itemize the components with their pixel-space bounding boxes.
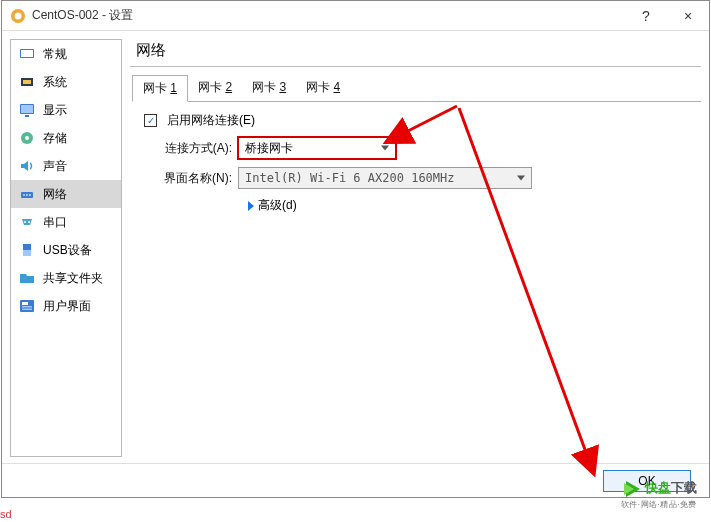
folder-icon — [19, 270, 35, 286]
sidebar-item-label: USB设备 — [43, 242, 92, 259]
sidebar-item-label: 串口 — [43, 214, 67, 231]
settings-window: CentOS-002 - 设置 ? × 常规 系统 显示 存储 — [1, 0, 710, 498]
svg-point-15 — [24, 221, 26, 223]
sidebar-item-shared[interactable]: 共享文件夹 — [11, 264, 121, 292]
svg-point-16 — [28, 221, 30, 223]
watermark: 快盘下载 软件·网络·精品·免费 — [621, 479, 697, 510]
tab-adapter-4[interactable]: 网卡 4 — [296, 75, 350, 101]
interface-name-label: 界面名称(N): — [144, 170, 232, 187]
sidebar-item-storage[interactable]: 存储 — [11, 124, 121, 152]
svg-rect-14 — [29, 194, 31, 196]
attach-label: 连接方式(A): — [144, 140, 232, 157]
system-icon — [19, 74, 35, 90]
svg-rect-17 — [23, 244, 31, 250]
sidebar: 常规 系统 显示 存储 声音 网络 — [10, 39, 122, 457]
general-icon — [19, 46, 35, 62]
svg-point-1 — [15, 12, 22, 19]
sidebar-item-ui[interactable]: 用户界面 — [11, 292, 121, 320]
body: 常规 系统 显示 存储 声音 网络 — [2, 31, 709, 463]
serial-icon — [19, 214, 35, 230]
network-icon — [19, 186, 35, 202]
name-row: 界面名称(N): Intel(R) Wi-Fi 6 AX200 160MHz — [144, 167, 691, 189]
enable-network-label: 启用网络连接(E) — [167, 112, 255, 129]
svg-point-10 — [25, 136, 29, 140]
enable-network-checkbox[interactable]: ✓ — [144, 114, 157, 127]
attach-mode-select[interactable]: 桥接网卡 — [238, 137, 396, 159]
enable-row: ✓ 启用网络连接(E) — [144, 112, 691, 129]
sidebar-item-serial[interactable]: 串口 — [11, 208, 121, 236]
interface-name-select[interactable]: Intel(R) Wi-Fi 6 AX200 160MHz — [238, 167, 532, 189]
svg-rect-3 — [21, 50, 33, 57]
svg-rect-22 — [22, 309, 32, 311]
svg-rect-5 — [23, 80, 31, 84]
svg-rect-7 — [21, 105, 33, 113]
sidebar-item-label: 系统 — [43, 74, 67, 91]
sidebar-item-usb[interactable]: USB设备 — [11, 236, 121, 264]
adapter-panel: ✓ 启用网络连接(E) 连接方式(A): 桥接网卡 界面名称(N): Intel… — [130, 102, 701, 218]
advanced-label: 高级(d) — [258, 197, 297, 214]
page-title: 网络 — [130, 39, 701, 67]
sidebar-item-label: 网络 — [43, 186, 67, 203]
tab-adapter-1[interactable]: 网卡 1 — [132, 75, 188, 102]
usb-icon — [19, 242, 35, 258]
attach-row: 连接方式(A): 桥接网卡 — [144, 137, 691, 159]
tab-adapter-3[interactable]: 网卡 3 — [242, 75, 296, 101]
sidebar-item-system[interactable]: 系统 — [11, 68, 121, 96]
sidebar-item-label: 常规 — [43, 46, 67, 63]
sidebar-item-general[interactable]: 常规 — [11, 40, 121, 68]
sidebar-item-label: 用户界面 — [43, 298, 91, 315]
sidebar-item-label: 显示 — [43, 102, 67, 119]
sidebar-item-display[interactable]: 显示 — [11, 96, 121, 124]
sidebar-item-label: 存储 — [43, 130, 67, 147]
sidebar-item-network[interactable]: 网络 — [11, 180, 121, 208]
sidebar-item-audio[interactable]: 声音 — [11, 152, 121, 180]
main-panel: 网络 网卡 1 网卡 2 网卡 3 网卡 4 ✓ 启用网络连接(E) 连接方式(… — [130, 39, 701, 457]
svg-rect-20 — [22, 302, 28, 305]
window-title: CentOS-002 - 设置 — [32, 7, 625, 24]
sidebar-item-label: 共享文件夹 — [43, 270, 103, 287]
storage-icon — [19, 130, 35, 146]
app-icon — [10, 8, 26, 24]
corner-note: sd — [0, 508, 12, 520]
sidebar-item-label: 声音 — [43, 158, 67, 175]
advanced-toggle[interactable]: 高级(d) — [248, 197, 691, 214]
adapter-tabs: 网卡 1 网卡 2 网卡 3 网卡 4 — [132, 75, 701, 102]
svg-rect-13 — [26, 194, 28, 196]
ui-icon — [19, 298, 35, 314]
tab-adapter-2[interactable]: 网卡 2 — [188, 75, 242, 101]
help-button[interactable]: ? — [625, 1, 667, 31]
svg-rect-12 — [23, 194, 25, 196]
audio-icon — [19, 158, 35, 174]
display-icon — [19, 102, 35, 118]
close-button[interactable]: × — [667, 1, 709, 31]
titlebar: CentOS-002 - 设置 ? × — [2, 1, 709, 31]
expand-icon — [248, 201, 254, 211]
watermark-icon — [622, 479, 642, 499]
svg-rect-18 — [23, 250, 31, 256]
footer: OK — [2, 463, 709, 497]
svg-rect-21 — [22, 306, 32, 308]
svg-rect-8 — [25, 115, 29, 117]
